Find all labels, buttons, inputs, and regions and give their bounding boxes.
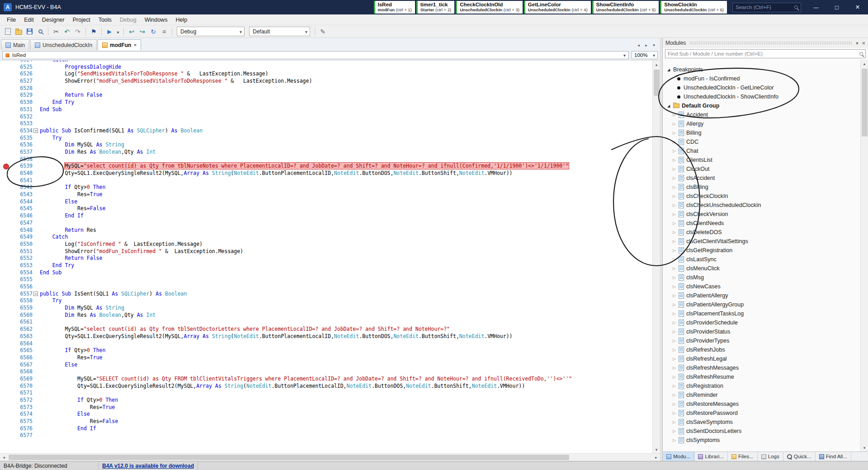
code-line[interactable]: 6562 MySQL="select count(id) as Qty from… bbox=[0, 326, 652, 333]
line-margin[interactable] bbox=[0, 70, 12, 78]
line-margin[interactable] bbox=[0, 383, 12, 390]
line-number[interactable]: 6541 bbox=[12, 177, 33, 184]
code-line[interactable]: 6535 Try bbox=[0, 135, 652, 142]
tree-module-clsSentDoctorsLetters[interactable]: clsSentDoctorsLetters bbox=[663, 427, 860, 436]
line-number[interactable]: 6567 bbox=[12, 362, 33, 369]
code-line[interactable]: 6545 Res=False bbox=[0, 205, 652, 212]
find-in-files-icon[interactable] bbox=[35, 27, 45, 37]
refresh-icon[interactable]: ↻ bbox=[148, 27, 158, 37]
collapse-arrow-icon[interactable] bbox=[667, 68, 673, 72]
line-margin[interactable] bbox=[0, 234, 12, 241]
line-margin[interactable] bbox=[0, 212, 12, 220]
line-margin[interactable] bbox=[0, 418, 12, 425]
code-line[interactable]: 6544 Else bbox=[0, 198, 652, 206]
module-search-input[interactable]: Find Sub / Module / Line number (Ctrl+E) bbox=[665, 49, 866, 58]
expand-arrow-icon[interactable] bbox=[673, 375, 679, 379]
expand-arrow-icon[interactable] bbox=[673, 113, 679, 117]
line-number[interactable]: 6535 bbox=[12, 135, 33, 142]
line-margin[interactable] bbox=[0, 248, 12, 255]
line-margin[interactable] bbox=[0, 135, 12, 142]
code-line[interactable]: 6550 Log("IsConfirmed " & LastException.… bbox=[0, 241, 652, 248]
bookmark-icon[interactable]: ⚑ bbox=[89, 27, 99, 37]
line-margin[interactable] bbox=[0, 141, 12, 149]
line-margin[interactable] bbox=[0, 149, 12, 156]
panel-tab-logs[interactable]: Logs bbox=[758, 452, 783, 461]
tree-root-default-group[interactable]: Default Group bbox=[663, 101, 860, 110]
code-line[interactable]: 6560 Dim Res As Boolean,Qty As Int bbox=[0, 312, 652, 319]
code-line[interactable]: 6561 bbox=[0, 319, 652, 326]
line-number[interactable]: 6542 bbox=[12, 184, 33, 191]
code-line[interactable]: 6532 bbox=[0, 113, 652, 121]
editor-vscrollbar[interactable] bbox=[652, 61, 660, 453]
line-number[interactable]: 6562 bbox=[12, 326, 33, 333]
line-number[interactable]: 6549 bbox=[12, 234, 33, 241]
line-margin[interactable] bbox=[0, 78, 12, 85]
save-icon[interactable] bbox=[24, 27, 34, 37]
panel-close-icon[interactable] bbox=[862, 40, 865, 47]
line-margin[interactable] bbox=[0, 404, 12, 411]
tree-breakpoint-item[interactable]: UnscheduledClockIn - GetLineColor bbox=[663, 83, 860, 92]
line-number[interactable]: 6575 bbox=[12, 418, 33, 425]
line-number[interactable]: 6573 bbox=[12, 404, 33, 411]
code-line[interactable]: 6549 Catch bbox=[0, 234, 652, 241]
code-line[interactable]: 6533 bbox=[0, 120, 652, 127]
tab-Main[interactable]: Main bbox=[1, 39, 29, 50]
line-margin[interactable] bbox=[0, 241, 12, 248]
line-number[interactable]: 6537 bbox=[12, 149, 33, 156]
expand-arrow-icon[interactable] bbox=[673, 266, 679, 271]
menu-file[interactable]: File bbox=[3, 15, 20, 24]
tree-module-clsBilling[interactable]: clsBilling bbox=[663, 183, 860, 192]
line-number[interactable]: 6561 bbox=[12, 319, 33, 326]
code-line[interactable]: 6569 MySQL="SELECT count(id) as Qty FROM… bbox=[0, 376, 652, 383]
new-file-icon[interactable] bbox=[3, 27, 13, 37]
line-number[interactable]: 6532 bbox=[12, 113, 33, 121]
tree-module-clsClientNeeds[interactable]: clsClientNeeds bbox=[663, 219, 860, 228]
expand-arrow-icon[interactable] bbox=[673, 230, 679, 235]
tree-module-clsDeleteDOS[interactable]: clsDeleteDOS bbox=[663, 228, 860, 237]
line-margin[interactable] bbox=[0, 411, 12, 418]
code-line[interactable]: 6534public Sub IsConfirmed(SQL1 As SQLCi… bbox=[0, 127, 652, 135]
line-margin[interactable] bbox=[0, 113, 12, 121]
scroll-up-icon[interactable] bbox=[653, 61, 660, 68]
code-line[interactable]: 6555 bbox=[0, 276, 652, 283]
line-number[interactable]: 6577 bbox=[12, 432, 33, 439]
tree-module-clsNewCases[interactable]: clsNewCases bbox=[663, 282, 860, 291]
code-line[interactable]: 6540 Qty=SQL1.ExecQuerySingleResult2(MyS… bbox=[0, 170, 652, 177]
panel-tab-find[interactable]: Find All... bbox=[816, 452, 851, 461]
expand-arrow-icon[interactable] bbox=[673, 302, 679, 307]
line-margin[interactable] bbox=[0, 120, 12, 127]
tree-module-clsMsg[interactable]: clsMsg bbox=[663, 273, 860, 282]
panel-tab-libraries[interactable]: Librari... bbox=[694, 452, 728, 461]
tree-module-clsPatientAllergyGroup[interactable]: clsPatientAllergyGroup bbox=[663, 300, 860, 309]
build-configuration[interactable]: Debug bbox=[177, 27, 245, 36]
line-margin[interactable] bbox=[0, 127, 12, 135]
line-margin[interactable] bbox=[0, 269, 12, 277]
tab-UnscheduledClockIn[interactable]: UnscheduledClockIn bbox=[30, 39, 97, 50]
line-margin[interactable] bbox=[0, 297, 12, 305]
open-designer-icon[interactable]: ✎ bbox=[318, 27, 328, 37]
code-line[interactable]: 6570 Qty=SQL1.ExecQuerySingleResult2(MyS… bbox=[0, 383, 652, 390]
code-line[interactable]: 6542 If Qty>0 Then bbox=[0, 184, 652, 191]
tree-module-clsGetClientVitalSettings[interactable]: clsGetClientVitalSettings bbox=[663, 237, 860, 246]
tree-module-clsPlacementTasksLog[interactable]: clsPlacementTasksLog bbox=[663, 309, 860, 318]
expand-arrow-icon[interactable] bbox=[673, 402, 679, 406]
expand-arrow-icon[interactable] bbox=[673, 329, 679, 334]
code-line[interactable]: 6546 End If bbox=[0, 212, 652, 220]
scroll-up-icon[interactable] bbox=[861, 60, 868, 67]
line-margin[interactable] bbox=[0, 106, 12, 113]
panel-tab-quick[interactable]: Quick... bbox=[783, 452, 816, 461]
code-line[interactable]: 6574 Else bbox=[0, 411, 652, 418]
code-line[interactable]: 6539 MySQL="select count(id) as Qty from… bbox=[0, 163, 652, 170]
code-line[interactable]: 6547 bbox=[0, 220, 652, 227]
tree-module-clsSaveSymptoms[interactable]: clsSaveSymptoms bbox=[663, 418, 860, 427]
open-project-icon[interactable] bbox=[14, 27, 24, 37]
tree-breakpoint-item[interactable]: modFun - IsConfirmed bbox=[663, 74, 860, 83]
line-number[interactable]: 6531 bbox=[12, 106, 33, 113]
expand-arrow-icon[interactable] bbox=[673, 411, 679, 415]
line-margin[interactable] bbox=[0, 326, 12, 333]
code-line[interactable]: 6558 Try bbox=[0, 297, 652, 305]
editor-hscrollbar[interactable] bbox=[0, 453, 660, 461]
scroll-left-icon[interactable] bbox=[0, 455, 8, 460]
line-margin[interactable] bbox=[0, 227, 12, 234]
line-number[interactable]: 6554 bbox=[12, 269, 33, 277]
